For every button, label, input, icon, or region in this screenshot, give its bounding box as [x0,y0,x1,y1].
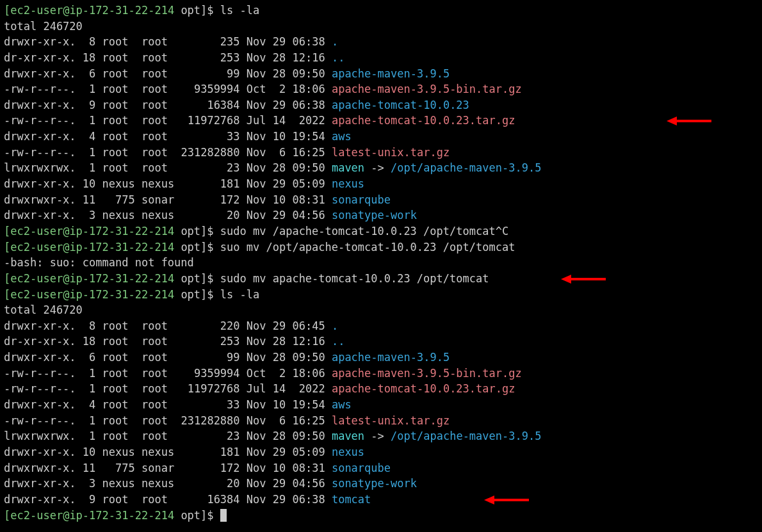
owner: root [102,67,135,80]
perm: lrwxrwxrwx. [4,161,76,174]
nlink: 11 [83,193,95,206]
owner: root [102,99,135,111]
total-line: total 246720 [4,302,758,318]
nlink: 3 [83,477,95,490]
file-name: apache-maven-3.9.5 [332,67,450,80]
size: 33 [181,398,239,411]
file-name: latest-unix.tar.gz [332,146,450,159]
group: root [142,430,174,442]
date: Nov 28 09:50 [247,67,325,80]
perm: drwxr-xr-x. [4,398,76,411]
perm: dr-xr-xr-x. [4,51,76,64]
nlink: 4 [83,130,95,143]
perm: drwxr-xr-x. [4,477,76,490]
date: Nov 29 06:45 [247,319,325,332]
prompt-sep: $ [207,4,220,17]
prompt-host: ip-172-31-22-214 [69,4,174,17]
ls-row: -rw-r--r--. 1 root root 231282880 Nov 6 … [4,145,758,161]
svg-marker-1 [667,117,677,125]
prompt-user: [ec2-user [4,241,63,254]
perm: -rw-r--r--. [4,414,76,427]
ls-row: -rw-r--r--. 1 root root 9359994 Oct 2 18… [4,81,758,97]
cursor[interactable] [220,509,227,522]
perm: drwxr-xr-x. [4,319,76,332]
nlink: 4 [83,398,95,411]
prompt-sep: $ [207,241,220,254]
date: Nov 29 05:09 [247,446,325,458]
file-name: apache-tomcat-10.0.23.tar.gz [332,114,515,127]
size: 99 [181,67,239,80]
owner: 775 [102,193,135,206]
size: 99 [181,351,239,364]
error-line: -bash: suo: command not found [4,255,758,271]
date: Nov 28 09:50 [247,161,325,174]
perm: drwxr-xr-x. [4,35,76,48]
cmd-line: [ec2-user@ip-172-31-22-214 opt]$ suo mv … [4,239,758,255]
size: 16384 [181,99,239,111]
perm: -rw-r--r--. [4,367,76,380]
size: 11972768 [181,382,239,395]
cmd-line: [ec2-user@ip-172-31-22-214 opt]$ sudo mv… [4,271,758,287]
owner: root [102,382,135,395]
size: 16384 [181,493,239,506]
size: 23 [181,161,239,174]
nlink: 8 [83,35,95,48]
terminal-output[interactable]: [ec2-user@ip-172-31-22-214 opt]$ ls -lat… [0,0,762,526]
ls-row: drwxr-xr-x. 9 root root 16384 Nov 29 06:… [4,97,758,113]
group: sonar [142,462,174,474]
prompt-cwd: opt] [174,272,207,285]
prompt-at: @ [63,509,69,522]
size: 23 [181,430,239,442]
group: root [142,414,174,427]
group: root [142,319,174,332]
nlink: 6 [83,67,95,80]
date: Nov 28 09:50 [247,430,325,442]
file-name: nexus [332,177,364,190]
prompt-user: [ec2-user [4,225,63,238]
annotation-arrow-icon [561,273,606,289]
owner: nexus [102,446,135,458]
size: 231282880 [181,414,239,427]
owner: root [102,146,135,159]
owner: root [102,114,135,127]
file-name: aws [332,398,352,411]
file-name: . [332,319,338,332]
ls-row: drwxr-xr-x. 4 root root 33 Nov 10 19:54 … [4,397,758,413]
size: 20 [181,477,239,490]
date: Nov 28 12:16 [247,51,325,64]
size: 172 [181,193,239,206]
nlink: 1 [83,83,95,95]
date: Nov 29 04:56 [247,209,325,222]
owner: nexus [102,177,135,190]
group: nexus [142,477,174,490]
prompt-cwd: opt] [174,225,207,238]
perm: -rw-r--r--. [4,114,76,127]
owner: root [102,51,135,64]
perm: drwxr-xr-x. [4,493,76,506]
group: root [142,351,174,364]
file-name: apache-maven-3.9.5-bin.tar.gz [332,367,522,380]
ls-row: lrwxrwxrwx. 1 root root 23 Nov 28 09:50 … [4,428,758,444]
file-name: .. [332,51,345,64]
cmd-line[interactable]: [ec2-user@ip-172-31-22-214 opt]$ [4,508,758,524]
group: nexus [142,209,174,222]
perm: drwxr-xr-x. [4,446,76,458]
nlink: 1 [83,414,95,427]
date: Nov 29 05:09 [247,177,325,190]
ls-row: dr-xr-xr-x. 18 root root 253 Nov 28 12:1… [4,334,758,350]
prompt-host: ip-172-31-22-214 [69,241,174,254]
file-name: apache-maven-3.9.5-bin.tar.gz [332,83,522,95]
size: 220 [181,319,239,332]
ls-row: drwxr-xr-x. 3 nexus nexus 20 Nov 29 04:5… [4,207,758,223]
file-name: apache-tomcat-10.0.23.tar.gz [332,382,515,395]
size: 253 [181,335,239,348]
size: 181 [181,446,239,458]
file-name: apache-maven-3.9.5 [332,351,450,364]
file-name: nexus [332,446,364,458]
prompt-user: [ec2-user [4,272,63,285]
owner: nexus [102,477,135,490]
prompt-host: ip-172-31-22-214 [69,509,174,522]
date: Nov 28 12:16 [247,335,325,348]
size: 253 [181,51,239,64]
group: root [142,99,174,111]
